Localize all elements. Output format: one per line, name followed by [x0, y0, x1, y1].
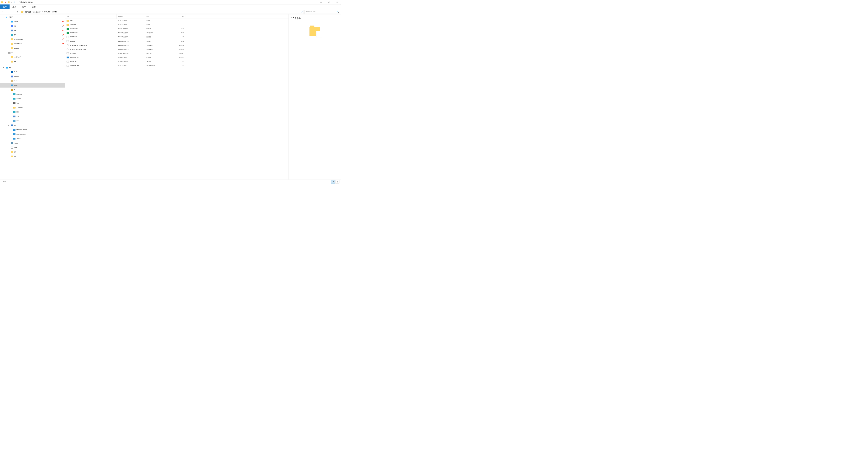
table-row[interactable]: AUTORUN.EXE2016/1/8, 星期五 04:...应用程序1,926…: [65, 27, 289, 31]
table-row[interactable]: AUTORUN.ICO2015/5/10, 星期日 02...ICO 图片文件1…: [65, 31, 289, 35]
sidebar-item[interactable]: OneDrive: [0, 70, 65, 74]
file-icon: [67, 53, 69, 54]
column-name[interactable]: 名称˄: [65, 14, 117, 19]
file-icon: [67, 61, 69, 62]
breadcrumb-item[interactable]: Win7x64_2020: [43, 11, 57, 13]
sidebar-item[interactable]: Administrator: [0, 79, 65, 83]
sidebar-item[interactable]: 回收站: [0, 145, 65, 150]
ico-fold-icon: [11, 151, 13, 153]
desktop-icon: [6, 67, 8, 68]
chevron-right-icon[interactable]: ›: [24, 11, 24, 13]
sidebar-item[interactable]: ▾网络: [0, 123, 65, 128]
sort-arrow-icon: ˄: [114, 16, 115, 17]
close-button[interactable]: ✕: [333, 0, 341, 4]
minimize-button[interactable]: —: [317, 0, 325, 4]
sidebar-item[interactable]: YUNQISHI2019📌: [0, 41, 65, 46]
breadcrumb[interactable]: › 此电脑 › 文档 (E:) › Win7x64_2020 › ˅ ⟳: [20, 10, 304, 13]
qat-close-icon[interactable]: ✕: [11, 1, 12, 3]
table-row[interactable]: pe_yqs_xp_20_07_31_15_53.iso2020/10/12, …: [65, 47, 289, 51]
ico-wps-icon: [11, 75, 13, 77]
chevron-right-icon[interactable]: ›: [32, 11, 33, 13]
tab-home[interactable]: 主页: [9, 4, 19, 9]
address-dropdown-icon[interactable]: ˅: [298, 11, 300, 12]
status-count: 12 个项目: [2, 181, 6, 183]
sidebar-desktop[interactable]: ▾ 桌面: [0, 65, 65, 70]
sidebar-item[interactable]: Desktop📌: [0, 20, 65, 24]
tab-file[interactable]: 文件: [0, 4, 9, 9]
help-button[interactable]: ?: [340, 4, 341, 9]
ico-fold-icon: [11, 56, 13, 58]
tab-view[interactable]: 查看: [29, 4, 38, 9]
sidebar-item[interactable]: 软件: [0, 150, 65, 154]
chevron-down-icon[interactable]: ▾: [3, 67, 5, 68]
table-row[interactable]: 本地硬盘安装.exe2020/10/12, 星期一 1...应用程序28,315…: [65, 55, 289, 59]
table-row[interactable]: U盘安装教程2020/12/25, 星期五 1...文件夹: [65, 23, 289, 27]
maximize-button[interactable]: ▢: [325, 0, 333, 4]
table-row[interactable]: Win7x64.gho2019/9/7, 星期六 19:...GHO 文件2,9…: [65, 51, 289, 55]
sidebar-item[interactable]: WPS网盘: [0, 74, 65, 79]
recent-dropdown[interactable]: ˅: [11, 10, 14, 13]
search-icon[interactable]: 🔍: [337, 11, 339, 13]
ico-user-icon: [11, 80, 13, 82]
ico-pic-icon: [11, 34, 13, 36]
qat-back-icon[interactable]: ⟲: [13, 1, 15, 3]
table-row[interactable]: 硬盘安装教程.html2016/11/21, 星期一 2...360 se HT…: [65, 64, 289, 68]
chevron-right-icon[interactable]: ›: [58, 11, 58, 13]
sidebar-item[interactable]: 文档: [0, 114, 65, 119]
sidebar-item[interactable]: DESKTOP-LSSOEDP: [0, 127, 65, 132]
sidebar-item[interactable]: 视频: [0, 101, 65, 105]
sidebar-item[interactable]: 图片: [0, 110, 65, 115]
breadcrumb-item[interactable]: 此电脑: [25, 10, 32, 13]
sidebar-item[interactable]: 图片📌: [0, 33, 65, 37]
status-bar: 12 个项目 ☰ ▦: [0, 180, 341, 184]
star-icon: ★: [6, 16, 8, 18]
qat-folder-icon[interactable]: [8, 1, 9, 3]
sidebar-item[interactable]: 本机照片: [0, 97, 65, 101]
up-button[interactable]: ↑: [16, 10, 19, 13]
chevron-down-icon[interactable]: ▾: [3, 16, 5, 18]
sidebar-item[interactable]: 文档📌: [0, 28, 65, 33]
sidebar-item[interactable]: 图片: [0, 59, 65, 64]
pin-icon: 📌: [62, 29, 64, 31]
column-size[interactable]: 大小: [169, 14, 186, 19]
column-type[interactable]: 类型: [145, 14, 169, 19]
refresh-icon[interactable]: ⟳: [301, 11, 303, 13]
sidebar-item[interactable]: win7重装win7: [0, 55, 65, 59]
view-icons-button[interactable]: ▦: [336, 180, 339, 183]
sidebar-item[interactable]: 天翼云盘下载: [0, 105, 65, 110]
chevron-right-icon[interactable]: ›: [42, 11, 43, 13]
chevron-icon[interactable]: ▾: [8, 125, 10, 126]
sidebar-item[interactable]: 下载📌: [0, 24, 65, 28]
sidebar-item[interactable]: 此电脑: [0, 83, 65, 88]
forward-button[interactable]: →: [6, 10, 10, 13]
sidebar-item[interactable]: excel表格制作求和📌: [0, 37, 65, 41]
table-row[interactable]: 光盘说明.TXT2016/10/23, 星期日 0...TXT 文件5 KB: [65, 59, 289, 64]
sidebar-quick-access[interactable]: ▾ ★ 快速访问: [0, 15, 65, 20]
sidebar-item[interactable]: 保存的图片: [0, 92, 65, 97]
sidebar-item[interactable]: 控制面板: [0, 141, 65, 145]
table-row[interactable]: Config.dat2020/10/12, 星期一 1...DAT 文件36 K…: [65, 39, 289, 43]
table-row[interactable]: Tools2020/12/25, 星期五 1...文件夹: [65, 19, 289, 23]
view-details-button[interactable]: ☰: [331, 180, 335, 183]
ribbon-collapse-icon[interactable]: ˅: [337, 4, 341, 9]
ico-pic-icon: [13, 111, 16, 113]
sidebar-item[interactable]: ▾库: [0, 88, 65, 92]
tab-share[interactable]: 共享: [19, 4, 29, 9]
sidebar-item[interactable]: Bandicam: [0, 46, 65, 51]
sidebar-item[interactable]: ▸G:\: [0, 51, 65, 55]
sidebar-item[interactable]: 音乐: [0, 119, 65, 123]
chevron-icon[interactable]: ▾: [8, 89, 10, 91]
column-date[interactable]: 修改日期: [117, 14, 145, 19]
back-button[interactable]: ←: [1, 10, 5, 13]
sidebar-item[interactable]: 文件: [0, 154, 65, 159]
qat-dropdown-icon[interactable]: ▾: [16, 1, 17, 3]
search-input[interactable]: 搜索"Win7x64_2020" 🔍: [305, 10, 340, 13]
pin-icon: 📌: [62, 21, 64, 23]
chevron-icon[interactable]: ▸: [5, 52, 7, 53]
sidebar-item[interactable]: ZMT2019: [0, 136, 65, 141]
sidebar-item[interactable]: PC-20190530OBLA: [0, 132, 65, 136]
qat-check-icon[interactable]: ✓: [5, 1, 6, 3]
breadcrumb-item[interactable]: 文档 (E:): [33, 10, 41, 13]
table-row[interactable]: pe_yqs_1064_20_07_31_16_04.iso2020/10/12…: [65, 43, 289, 47]
table-row[interactable]: AUTORUN.INF2015/5/10, 星期日 02...安装信息1 KB: [65, 35, 289, 39]
